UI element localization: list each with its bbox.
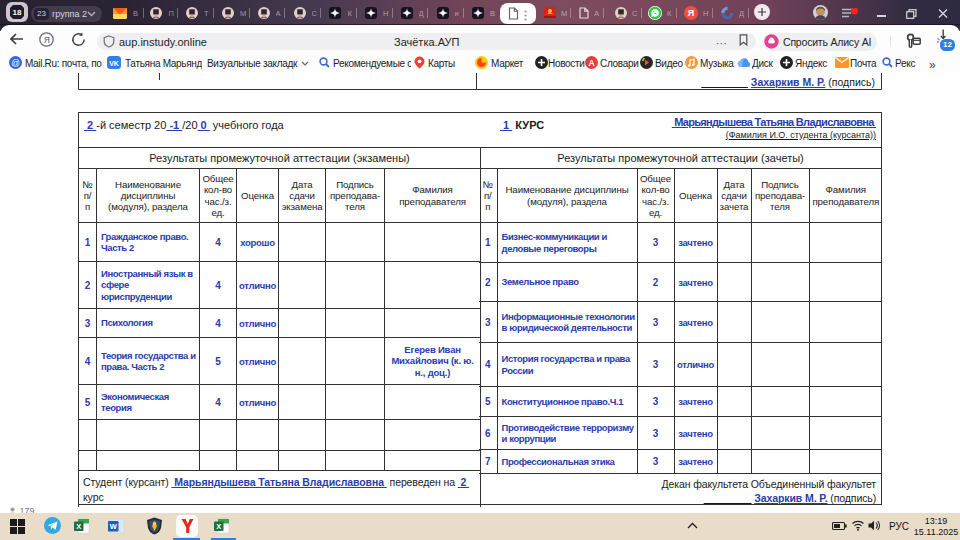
svg-text:Я: Я xyxy=(688,7,695,18)
svg-text:VK: VK xyxy=(109,60,119,67)
svg-text:@: @ xyxy=(11,58,20,68)
svg-text:X: X xyxy=(76,522,81,531)
svg-text:Я: Я xyxy=(44,35,50,45)
svg-text:А: А xyxy=(588,58,594,68)
svg-text:18: 18 xyxy=(13,8,22,17)
svg-text:W: W xyxy=(110,522,118,531)
svg-text:X: X xyxy=(216,522,221,531)
